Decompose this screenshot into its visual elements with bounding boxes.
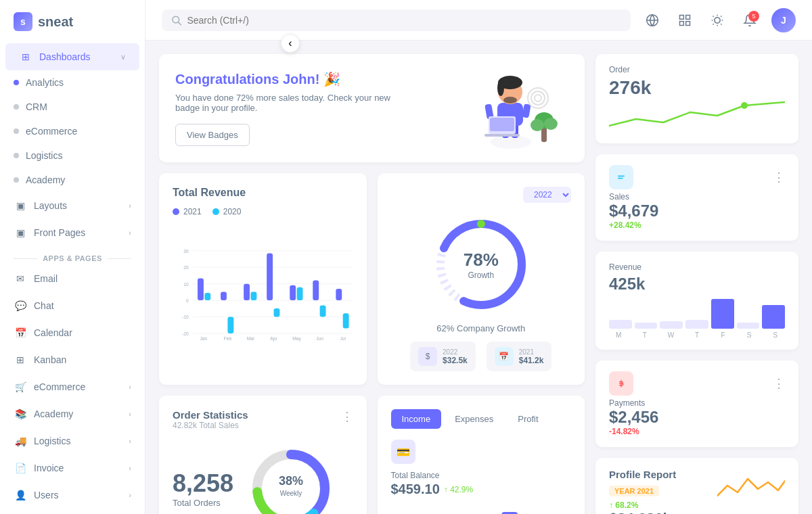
svg-rect-57 [297,287,303,300]
orders-title: Order Statistics [173,409,248,421]
revenue-card: Revenue 425k M T W T [595,252,798,350]
svg-text:20: 20 [183,265,189,270]
sidebar-label-crm: CRM [26,101,47,112]
tab-profit[interactable]: Profit [507,409,549,429]
svg-text:30: 30 [183,249,189,254]
legend-2020: 2020 [212,207,242,216]
sidebar-item-academy[interactable]: Academy [0,168,145,192]
logistics-apps-icon: 🚚 [14,434,27,448]
search-icon [171,15,181,26]
calendar-icon: 📅 [14,326,27,340]
svg-rect-48 [198,278,204,300]
charts-row: Total Revenue 2021 2020 [159,173,585,385]
sidebar-item-crm[interactable]: CRM [0,95,145,119]
chat-icon: 💬 [14,299,27,312]
sales-menu-button[interactable]: ⋮ [773,170,785,185]
svg-text:Jul: Jul [340,336,346,341]
layouts-icon: ▣ [14,199,27,212]
payments-icon [609,371,633,396]
profile-chart-svg [717,469,785,509]
sidebar-toggle-button[interactable]: ‹ [281,34,300,53]
sidebar: s sneat ⊞ Dashboards ∨ Analytics CRM eCo… [0,0,145,514]
sidebar-item-email[interactable]: ✉ Email [0,265,145,292]
sidebar-item-academy-apps[interactable]: 📚 Academy › [0,400,145,427]
stat-2021-icon: 📅 [495,347,514,366]
company-growth: 62% Company Growth [436,323,525,333]
total-revenue-title: Total Revenue [173,187,353,199]
svg-rect-28 [484,134,520,137]
tab-expenses[interactable]: Expenses [444,409,504,429]
growth-label: Growth [464,271,499,280]
tab-income[interactable]: Income [391,409,442,429]
svg-text:Mar: Mar [247,336,255,341]
sidebar-item-front-pages[interactable]: ▣ Front Pages › [0,219,145,246]
notification-icon[interactable]: 5 [739,9,761,31]
grid-icon[interactable] [674,9,696,31]
stat-2022-icon: $ [418,347,437,366]
svg-rect-55 [274,308,280,317]
sidebar-item-kanban[interactable]: ⊞ Kanban [0,346,145,373]
sidebar-item-calendar[interactable]: 📅 Calendar [0,319,145,346]
sidebar-item-ecommerce[interactable]: eCommerce [0,119,145,143]
svg-text:10: 10 [183,282,189,287]
orders-count: 8,258 [173,469,233,498]
crm-dot [14,104,19,110]
svg-text:0: 0 [186,298,189,303]
academy-dot [14,177,19,183]
sidebar-item-logistics-apps[interactable]: 🚚 Logistics › [0,427,145,454]
sales-change: +28.42% [609,220,785,230]
profile-value: $84,686k [609,510,709,514]
orders-menu-button[interactable]: ⋮ [341,409,353,424]
logo-text: sneat [38,14,73,30]
sidebar-item-analytics[interactable]: Analytics [0,70,145,95]
sidebar-item-chat[interactable]: 💬 Chat [0,292,145,319]
illustration-svg [460,68,568,149]
sidebar-item-layouts[interactable]: ▣ Layouts › [0,192,145,219]
orders-label: Total Orders [173,498,233,508]
dashboards-icon: ⊞ [19,50,32,64]
payments-menu-button[interactable]: ⋮ [773,376,785,391]
congrats-title: Congratulations John! 🎉 [175,71,392,87]
sidebar-label-dashboards: Dashboards [39,51,91,62]
content-area: Congratulations John! 🎉 You have done 72… [145,41,812,514]
income-card: Income Expenses Profit 💳 Total Balance $… [378,396,585,514]
rev-bar-t1 [635,323,658,329]
logo-icon: s [14,12,32,31]
sidebar-item-invoice[interactable]: 📄 Invoice › [0,454,145,482]
search-box[interactable] [162,9,631,31]
income-content: 💳 Total Balance $459.10 ↑ 42.9% [391,440,572,514]
user-avatar[interactable]: J [771,8,796,32]
header: 5 J [145,0,812,41]
congrats-text: Congratulations John! 🎉 You have done 72… [175,71,392,146]
svg-line-12 [713,16,714,16]
theme-icon[interactable] [706,9,728,31]
sidebar-item-logistics-main[interactable]: Logistics [0,143,145,168]
svg-rect-50 [221,291,227,300]
right-column: Order 276k ⋮ [595,54,798,514]
sidebar-item-users[interactable]: 👤 Users › [0,482,145,509]
view-badges-button[interactable]: View Badges [175,124,250,146]
revenue-mini-bars [609,299,785,329]
search-input[interactable] [187,15,621,26]
globe-icon[interactable] [641,9,663,31]
header-icons: 5 J [641,8,796,32]
svg-rect-60 [336,289,342,300]
svg-point-32 [544,118,558,130]
payments-change: -14.82% [609,427,785,436]
growth-card: 2022 2021 2020 [378,173,585,385]
sidebar-label-logistics: Logistics [26,150,62,161]
main-content: 5 J Congratulations John! 🎉 You have don… [145,0,812,514]
users-icon: 👤 [14,488,27,502]
rev-bar-s1 [737,323,760,329]
sidebar-item-ecommerce-apps[interactable]: 🛒 eCommerce › [0,373,145,400]
svg-point-34 [531,91,545,105]
rev-bar-f [711,299,734,329]
invoice-icon: 📄 [14,461,27,475]
rev-bar-s2 [762,305,785,329]
profile-report-card: Profile Report YEAR 2021 ↑ 68.2% $84,686… [595,458,798,514]
ecommerce-dot [14,128,19,134]
sidebar-item-dashboards[interactable]: ⊞ Dashboards ∨ [5,43,139,70]
year-select[interactable]: 2022 2021 2020 [523,187,571,203]
income-chart-svg [391,505,572,514]
payments-card-header: ⋮ [609,371,785,396]
